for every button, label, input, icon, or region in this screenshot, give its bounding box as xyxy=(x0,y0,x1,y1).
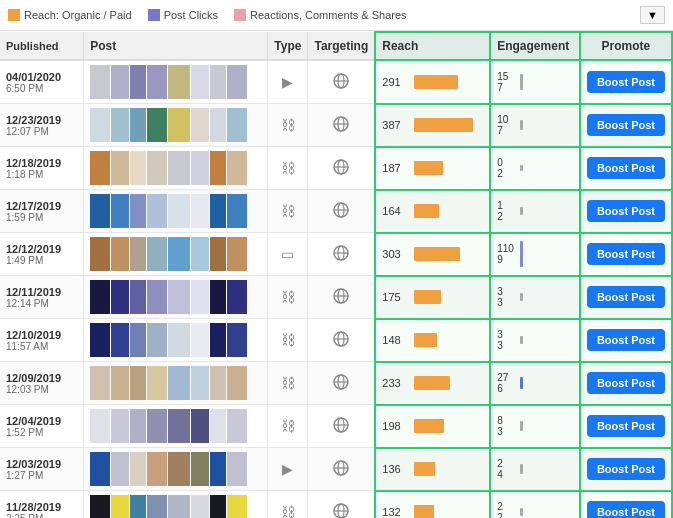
cell-reach: 291 xyxy=(375,60,490,104)
reach-bar xyxy=(414,161,442,175)
thumbnail-block xyxy=(130,194,146,228)
thumbnail-block xyxy=(210,237,226,271)
cell-reach: 136 xyxy=(375,448,490,491)
thumbnail-block xyxy=(130,452,146,486)
cell-published: 12/23/201912:07 PM xyxy=(0,104,84,147)
cell-published: 04/01/20206:50 PM xyxy=(0,60,84,104)
engagement-content: 3 3 xyxy=(497,286,573,308)
cell-engagement: 3 3 xyxy=(490,276,580,319)
boost-post-button[interactable]: Boost Post xyxy=(587,157,665,179)
cell-type: ▶ xyxy=(268,60,308,104)
reach-content: 387 xyxy=(382,118,483,132)
cell-post xyxy=(84,233,268,276)
col-header-reach: Reach xyxy=(375,32,490,60)
thumbnail-block xyxy=(130,108,146,142)
boost-post-button[interactable]: Boost Post xyxy=(587,286,665,308)
reach-bar-container xyxy=(414,75,483,89)
globe-icon xyxy=(333,116,349,132)
cell-engagement: 10 7 xyxy=(490,104,580,147)
reach-number: 387 xyxy=(382,119,410,131)
engagement-bot: 2 xyxy=(497,211,517,222)
cell-reach: 198 xyxy=(375,405,490,448)
cell-reach: 148 xyxy=(375,319,490,362)
thumbnail-block xyxy=(227,409,247,443)
thumbnail-block xyxy=(130,409,146,443)
globe-icon xyxy=(333,159,349,175)
cell-post xyxy=(84,448,268,491)
boost-post-button[interactable]: Boost Post xyxy=(587,501,665,518)
boost-post-button[interactable]: Boost Post xyxy=(587,415,665,437)
table-row: 11/28/20192:25 PM⛓ 132 2 2 Boost Post xyxy=(0,491,672,519)
engagement-bot: 7 xyxy=(497,82,517,93)
time-text: 11:57 AM xyxy=(6,341,77,352)
thumbnail-block xyxy=(168,452,190,486)
time-text: 6:50 PM xyxy=(6,83,77,94)
boost-post-button[interactable]: Boost Post xyxy=(587,372,665,394)
reach-number: 164 xyxy=(382,205,410,217)
cell-engagement: 8 3 xyxy=(490,405,580,448)
reach-number: 136 xyxy=(382,463,410,475)
engagement-bar xyxy=(520,377,523,389)
engagement-top: 3 xyxy=(497,286,517,297)
cell-published: 12/17/20191:59 PM xyxy=(0,190,84,233)
time-text: 2:25 PM xyxy=(6,513,77,519)
boost-post-button[interactable]: Boost Post xyxy=(587,243,665,265)
type-icon: ⛓ xyxy=(281,332,295,348)
engagement-bar xyxy=(520,508,523,516)
cell-targeting xyxy=(308,448,375,491)
engagement-numbers: 110 9 xyxy=(497,243,517,265)
thumbnail-block xyxy=(90,452,110,486)
table-row: 12/23/201912:07 PM⛓ 387 10 7 Boost Post xyxy=(0,104,672,147)
engagement-content: 1 2 xyxy=(497,200,573,222)
cell-promote: Boost Post xyxy=(580,233,672,276)
thumbnail-block xyxy=(130,323,146,357)
engagement-bar xyxy=(520,421,523,431)
thumbnail-block xyxy=(111,323,129,357)
reach-bar-container xyxy=(414,505,483,518)
post-thumbnail xyxy=(90,409,250,443)
table-row: 12/03/20191:27 PM▶ 136 2 4 Boost Post xyxy=(0,448,672,491)
globe-icon xyxy=(333,288,349,304)
thumbnail-block xyxy=(168,65,190,99)
cell-reach: 387 xyxy=(375,104,490,147)
cell-reach: 164 xyxy=(375,190,490,233)
reach-bar-container xyxy=(414,204,483,218)
legend-bar: Reach: Organic / Paid Post Clicks Reacti… xyxy=(0,0,673,31)
boost-post-button[interactable]: Boost Post xyxy=(587,200,665,222)
thumbnail-block xyxy=(130,237,146,271)
type-icon: ⛓ xyxy=(281,203,295,219)
reach-bar-container xyxy=(414,462,483,476)
thumbnail-block xyxy=(191,151,209,185)
legend-dropdown-button[interactable]: ▼ xyxy=(640,6,665,24)
table-row: 12/09/201912:03 PM⛓ 233 27 6 Boost Post xyxy=(0,362,672,405)
globe-icon xyxy=(333,331,349,347)
reach-bar xyxy=(414,204,439,218)
engagement-bar xyxy=(520,293,523,301)
cell-targeting xyxy=(308,104,375,147)
thumbnail-block xyxy=(168,495,190,518)
thumbnail-block xyxy=(111,280,129,314)
cell-post xyxy=(84,491,268,519)
cell-targeting xyxy=(308,233,375,276)
thumbnail-block xyxy=(130,151,146,185)
boost-post-button[interactable]: Boost Post xyxy=(587,329,665,351)
thumbnail-block xyxy=(168,108,190,142)
reach-bar xyxy=(414,75,458,89)
thumbnail-block xyxy=(191,452,209,486)
thumbnail-block xyxy=(147,65,167,99)
boost-post-button[interactable]: Boost Post xyxy=(587,458,665,480)
boost-post-button[interactable]: Boost Post xyxy=(587,71,665,93)
globe-icon xyxy=(333,460,349,476)
cell-type: ⛓ xyxy=(268,362,308,405)
time-text: 1:49 PM xyxy=(6,255,77,266)
engagement-numbers: 27 6 xyxy=(497,372,517,394)
engagement-bot: 7 xyxy=(497,125,517,136)
cell-promote: Boost Post xyxy=(580,147,672,190)
engagement-bar-area xyxy=(520,508,523,516)
reach-content: 303 xyxy=(382,247,483,261)
engagement-content: 2 2 xyxy=(497,501,573,518)
post-thumbnail xyxy=(90,194,250,228)
cell-engagement: 1 2 xyxy=(490,190,580,233)
cell-post xyxy=(84,147,268,190)
boost-post-button[interactable]: Boost Post xyxy=(587,114,665,136)
